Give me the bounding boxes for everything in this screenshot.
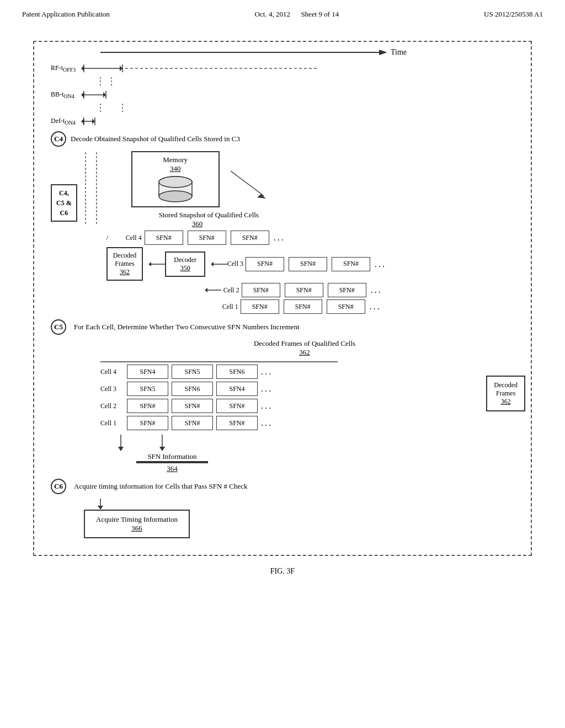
c5-circle: C5 [51,319,66,335]
cells-bottom-top-border [100,359,338,365]
svg-point-28 [159,191,192,202]
time-arrow-svg [100,47,387,57]
cell4-bot-row: Cell 4 SFN4 SFN5 SFN6 ... [100,365,481,379]
cell1-top-row: Cell 1 SFN# SFN# SFN# ... [222,299,386,314]
decoded-frames-num: 362 [84,348,525,357]
header-right: US 2012/250538 A1 [484,10,543,19]
sfn-info-num: 364 [117,464,227,473]
bb-sub: ON4 [63,93,74,99]
rf-sub: OFF3 [63,67,76,73]
stored-num: 360 [192,220,259,228]
svg-marker-40 [118,447,124,451]
svg-marker-37 [205,288,207,292]
bb-bracket [81,89,109,100]
decoder-num: 350 [174,264,196,272]
c6-section: C6 Acquire timing information for Cells … [51,479,525,538]
cell4-top-row: / Cell 4 SFN# SFN# SFN# ... [106,231,386,245]
cells-top-table: / Cell 4 SFN# SFN# SFN# ... Decoded Fram… [106,231,386,316]
cells-bottom-area: Cell 4 SFN4 SFN5 SFN6 ... Cell 3 SFN5 SF… [51,365,525,435]
sfn-arrows-down [100,435,194,451]
arrow-cell2 [205,286,221,294]
decoded-num-top: 362 [113,268,137,276]
rf-vertical-dashes [98,77,114,87]
decoder-label: Decoder [174,256,196,264]
svg-marker-33 [148,262,151,266]
svg-point-29 [159,176,192,188]
c6-circle: C6 [51,479,66,494]
decoded-frames-right-label: Decoded [494,381,518,389]
def-bracket [81,116,98,127]
c4-decode-text: Decode Obtained Snapshot of Qualified Ce… [71,135,240,143]
c4-circle: C4 [51,131,66,147]
svg-marker-31 [257,194,266,199]
c5-section: C5 For Each Cell, Determine Whether Two … [51,319,525,473]
stored-snapshot-area: Stored Snapshot of Qualified Cells 360 [159,211,259,228]
fig-caption: FIG. 3F [33,567,532,576]
bb-label: BB-tON4 [51,90,81,99]
decoded-frames-right-sub: Frames [494,389,518,398]
memory-label: Memory [163,156,188,164]
page-header: Patent Application Publication Oct. 4, 2… [0,0,565,24]
cell2-bot-row: Cell 2 SFN# SFN# SFN# ... [100,399,481,413]
c5-text: For Each Cell, Determine Whether Two Con… [74,323,300,331]
memory-box: Memory 340 [131,151,220,207]
cell2-top-row: Cell 2 SFN# SFN# SFN# ... [205,283,386,297]
sfn-info-box-area: SFN Information 364 [117,452,227,473]
svg-marker-35 [211,262,214,266]
header-left: Patent Application Publication [22,10,110,19]
acquire-num: 366 [96,524,178,533]
c6-arrow-down [98,499,109,510]
decoded-sub: Frames [113,260,137,268]
memory-arrow [225,165,269,199]
c6-text: Acquire timing information for Cells tha… [74,482,248,491]
def-sub: ON4 [65,120,75,126]
decoded-label: Decoded [113,251,137,260]
arrow-decoded-decoder [148,260,165,268]
decoded-frames-right-box: Decoded Frames 362 [486,376,525,411]
bb-vertical-dashes [98,104,125,114]
cells-bottom-table: Cell 4 SFN4 SFN5 SFN6 ... Cell 3 SFN5 SF… [100,365,481,435]
cell1-bot-row: Cell 1 SFN# SFN# SFN# ... [100,416,481,430]
decoded-frames-label-text: Decoded Frames of Qualified Cells [84,339,525,348]
stored-label: Stored Snapshot of Qualified Cells [159,211,259,220]
header-date: Oct. 4, 2012 [255,10,290,18]
rf-label: RF-tOFF3 [51,64,81,73]
sfn-info-label: SFN Information [117,452,227,461]
main-content: Time RF-tOFF3 [0,24,565,587]
rf-bracket [81,63,125,74]
header-center: Oct. 4, 2012 Sheet 9 of 14 [255,10,339,19]
def-label: Def-tON4 [51,117,81,126]
timing-dashes-left [83,152,99,224]
decoded-frames-right-num: 362 [494,398,518,406]
decoded-box: Decoded Frames 362 [106,247,143,281]
header-sheet: Sheet 9 of 14 [301,10,339,18]
svg-marker-1 [379,50,387,55]
rf-dashed-line [125,67,318,69]
svg-marker-44 [98,506,103,510]
acquire-box: Acquire Timing Information 366 [84,510,190,538]
acquire-label: Acquire Timing Information [96,515,178,524]
decoder-row: Decoded Frames 362 Decoder 350 [106,247,386,281]
decoded-frames-label: Decoded Frames of Qualified Cells 362 [84,339,525,357]
c456-box: C4,C5 &C6 [51,184,77,222]
time-label: Time [391,48,407,57]
svg-marker-42 [159,447,165,451]
memory-num: 340 [170,164,181,173]
outer-diagram-box: Time RF-tOFF3 [33,41,532,556]
arrow-decoder-cells [211,260,227,268]
svg-line-30 [231,171,264,196]
cell3-bot-row: Cell 3 SFN5 SFN6 SFN4 ... [100,382,481,396]
sfn-info-area [100,435,525,451]
decoder-box: Decoder 350 [165,251,205,277]
memory-cylinder [156,175,195,203]
